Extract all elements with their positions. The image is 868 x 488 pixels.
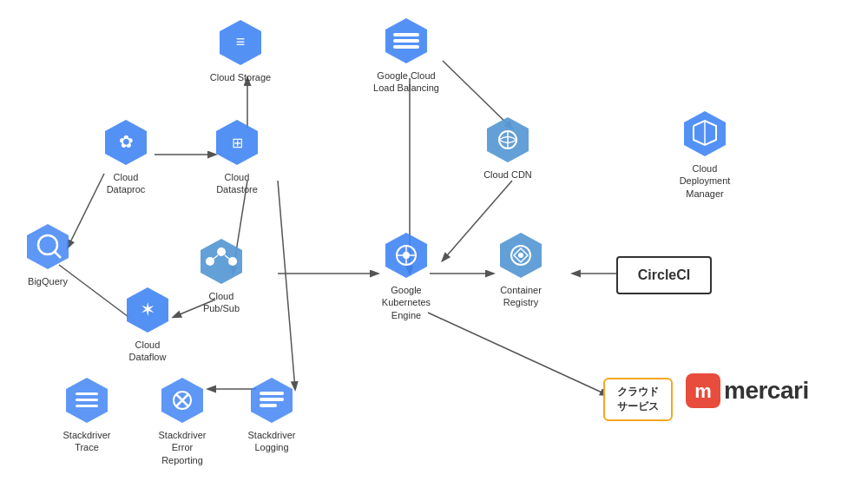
node-cloud-deployment: CloudDeploymentManager bbox=[661, 109, 748, 200]
svg-rect-57 bbox=[260, 404, 277, 407]
svg-rect-34 bbox=[393, 45, 419, 49]
node-stackdriver-trace: StackdriverTrace bbox=[48, 375, 126, 454]
node-container-registry: ContainerRegistry bbox=[477, 230, 564, 309]
svg-rect-51 bbox=[76, 405, 98, 407]
svg-line-11 bbox=[428, 313, 608, 395]
container-registry-icon bbox=[496, 230, 546, 280]
svg-text:m: m bbox=[694, 380, 712, 402]
gclb-icon bbox=[381, 16, 431, 66]
cloud-services-box: クラウドサービス bbox=[603, 378, 673, 421]
cloud-dataproc-icon: ✿ bbox=[101, 117, 151, 168]
node-cloud-pubsub: CloudPub/Sub bbox=[182, 236, 260, 315]
node-cloud-cdn: Cloud CDN bbox=[469, 115, 547, 181]
svg-rect-55 bbox=[260, 392, 284, 395]
svg-point-45 bbox=[518, 253, 523, 258]
svg-rect-49 bbox=[76, 392, 98, 395]
cloud-datastore-icon: ⊞ bbox=[212, 117, 262, 168]
gke-icon bbox=[381, 230, 431, 280]
svg-text:✶: ✶ bbox=[140, 299, 155, 320]
node-stackdriver-error: StackdriverErrorReporting bbox=[139, 375, 226, 466]
circleci-box: CircleCI bbox=[616, 256, 712, 294]
svg-text:✿: ✿ bbox=[119, 132, 134, 151]
architecture-diagram: ≡ Cloud Storage ✿ CloudDataproc ⊞ CloudD… bbox=[0, 0, 868, 488]
svg-point-42 bbox=[403, 252, 410, 259]
bigquery-icon bbox=[23, 221, 73, 272]
cloud-cdn-icon bbox=[483, 115, 533, 165]
svg-text:≡: ≡ bbox=[236, 33, 246, 50]
node-cloud-dataproc: ✿ CloudDataproc bbox=[87, 117, 165, 196]
node-cloud-dataflow: ✶ CloudDataflow bbox=[108, 285, 187, 364]
node-cloud-datastore: ⊞ CloudDatastore bbox=[198, 117, 276, 196]
svg-rect-50 bbox=[76, 399, 98, 401]
node-bigquery: BigQuery bbox=[9, 221, 87, 287]
cloud-pubsub-icon bbox=[196, 236, 247, 287]
mercari-logo: m mercari bbox=[686, 373, 809, 408]
stackdriver-logging-icon bbox=[247, 375, 297, 425]
circleci-label: CircleCI bbox=[638, 267, 690, 283]
svg-point-26 bbox=[228, 257, 237, 266]
stackdriver-error-icon bbox=[157, 375, 207, 425]
node-gke: GoogleKubernetesEngine bbox=[363, 230, 450, 321]
node-cloud-storage: ≡ Cloud Storage bbox=[201, 17, 279, 83]
cloud-dataflow-icon: ✶ bbox=[122, 285, 173, 335]
svg-line-12 bbox=[278, 181, 295, 389]
node-stackdriver-logging: StackdriverLogging bbox=[233, 375, 311, 454]
stackdriver-trace-icon bbox=[62, 375, 112, 425]
svg-text:⊞: ⊞ bbox=[232, 135, 243, 150]
cloud-deployment-icon bbox=[680, 109, 730, 159]
mercari-text: mercari bbox=[724, 377, 809, 405]
node-gclb: Google CloudLoad Balancing bbox=[363, 16, 450, 95]
svg-point-24 bbox=[206, 257, 214, 266]
svg-marker-20 bbox=[27, 224, 69, 269]
cloud-storage-icon: ≡ bbox=[215, 17, 266, 68]
svg-rect-33 bbox=[393, 39, 419, 43]
svg-point-25 bbox=[217, 247, 226, 256]
svg-rect-32 bbox=[393, 33, 419, 36]
mercari-icon: m bbox=[686, 373, 720, 408]
svg-rect-56 bbox=[260, 398, 284, 401]
cloud-services-label: クラウドサービス bbox=[617, 386, 659, 412]
